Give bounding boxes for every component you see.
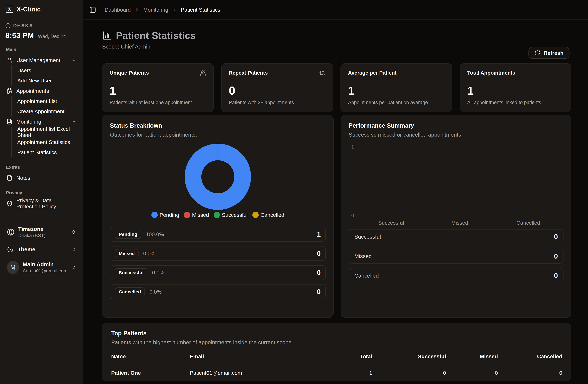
status-percent: 0.0% — [149, 289, 162, 295]
sidebar-item-label: Monitoring — [16, 119, 68, 125]
top-patients-title: Top Patients — [111, 330, 562, 337]
legend-item-successful: Successful — [214, 212, 248, 218]
chevron-down-icon — [72, 89, 76, 93]
avatar: M — [7, 261, 19, 274]
clock-icon — [5, 23, 11, 28]
sidebar-item-users[interactable]: Users — [15, 65, 79, 76]
table-row: Patient One Patient01@email.com 1 0 0 0 — [111, 364, 562, 376]
clock-city-label: DHAKA — [13, 23, 33, 29]
sidebar-item-user-management[interactable]: User Management — [4, 55, 79, 65]
refresh-label: Refresh — [544, 50, 564, 56]
sidebar-item-notes[interactable]: Notes — [4, 173, 79, 183]
status-percent: 0.0% — [143, 250, 155, 257]
clock-widget: DHAKA 8:53 PM Wed, Dec 24 — [5, 23, 83, 40]
x-axis-baseline — [357, 216, 563, 216]
table-header-row: Name Email Total Successful Missed Cance… — [111, 353, 562, 364]
chevrons-up-down-icon — [71, 265, 76, 270]
stat-desc: Appointments per patient on average — [348, 100, 445, 105]
appointments-subitems: Appointment List Create Appointment — [11, 96, 79, 117]
legend-dot — [184, 212, 190, 218]
clinic-name: X-Clinic — [17, 6, 41, 13]
status-count: 1 — [317, 230, 321, 238]
clock-date: Wed, Dec 24 — [38, 34, 66, 39]
sidebar: X X-Clinic DHAKA 8:53 PM Wed, Dec 24 Mai… — [0, 0, 83, 384]
performance-row-label: Missed — [354, 253, 372, 259]
column-header-total: Total — [305, 353, 372, 360]
sidebar-toggle-button[interactable] — [89, 6, 96, 13]
legend-dot — [151, 212, 158, 218]
sidebar-item-privacy-policy[interactable]: Privacy & Data Protection Policy — [4, 198, 79, 209]
sidebar-subitem-label: Appointment Statistics — [17, 139, 70, 145]
legend-item-cancelled: Cancelled — [252, 212, 284, 218]
timezone-value: Dhaka (BST) — [18, 233, 67, 238]
sidebar-item-create-appointment[interactable]: Create Appointment — [15, 106, 79, 117]
chevrons-up-down-icon — [71, 230, 76, 234]
top-patients-table: Name Email Total Successful Missed Cance… — [111, 353, 562, 376]
account-name: Main Admin — [23, 261, 67, 267]
repeat-icon — [319, 70, 325, 76]
sidebar-item-patient-statistics[interactable]: Patient Statistics — [15, 147, 79, 158]
performance-title: Performance Summary — [349, 122, 564, 129]
account-menu[interactable]: M Main Admin Admin01@email.com — [4, 259, 79, 276]
status-donut-chart — [110, 143, 326, 210]
x-label-cancelled: Cancelled — [494, 220, 563, 226]
x-label-successful: Successful — [357, 220, 425, 226]
status-breakdown-title: Status Breakdown — [110, 122, 326, 129]
sidebar-subitem-label: Patient Statistics — [17, 149, 57, 155]
performance-row-successful: Successful 0 — [349, 229, 564, 244]
nav-group-label-main: Main — [6, 47, 79, 52]
chevron-down-icon — [72, 58, 76, 62]
refresh-button[interactable]: Refresh — [528, 47, 569, 59]
stat-value: 1 — [467, 85, 564, 97]
sidebar-item-monitoring[interactable]: Monitoring — [4, 117, 79, 127]
sidebar-item-appointments[interactable]: Appointments — [4, 86, 79, 96]
theme-select[interactable]: Theme — [4, 244, 79, 255]
stat-value: 1 — [110, 85, 206, 97]
sidebar-item-add-new-user[interactable]: Add New User — [15, 76, 79, 86]
performance-row-label: Successful — [354, 234, 381, 240]
brand: X X-Clinic — [6, 6, 83, 13]
status-breakdown-card: Status Breakdown Outcomes for patient ap… — [102, 115, 334, 318]
sidebar-subitem-label: Appointment list Excel Sheet — [17, 126, 76, 138]
column-header-name: Name — [111, 353, 190, 360]
account-email: Admin01@email.com — [23, 268, 67, 273]
performance-row-value: 0 — [554, 252, 558, 260]
file-chart-icon — [7, 119, 13, 125]
timezone-label: Timezone — [18, 226, 67, 232]
performance-rows: Successful 0 Missed 0 Cancelled 0 — [349, 229, 564, 283]
calendar-clock-icon — [7, 88, 13, 94]
status-row-pending: Pending 100.0% 1 — [110, 227, 326, 242]
status-count: 0 — [317, 288, 321, 296]
cell-patient-name: Patient One — [111, 370, 190, 376]
performance-row-missed: Missed 0 — [349, 249, 564, 263]
main-area: Dashboard Monitoring Patient Statistics … — [83, 0, 588, 384]
column-header-email: Email — [190, 353, 305, 360]
stat-value: 1 — [348, 85, 445, 97]
legend-item-pending: Pending — [151, 212, 179, 218]
monitoring-subitems: Appointment list Excel Sheet Appointment… — [11, 127, 79, 158]
stat-card-unique-patients: Unique Patients 1 Patients with at least… — [102, 63, 214, 112]
status-badge: Successful — [115, 268, 147, 277]
status-badge: Pending — [115, 230, 141, 239]
breadcrumb-dashboard[interactable]: Dashboard — [105, 7, 131, 13]
breadcrumb-monitoring[interactable]: Monitoring — [143, 7, 168, 13]
sidebar-item-appointment-list-excel-sheet[interactable]: Appointment list Excel Sheet — [15, 127, 79, 137]
stat-title: Average per Patient — [348, 70, 397, 76]
user-icon — [7, 57, 13, 63]
top-patients-card: Top Patients Patients with the highest n… — [102, 323, 571, 381]
performance-subtitle: Success vs missed or cancelled appointme… — [349, 132, 564, 138]
sidebar-item-label: Notes — [16, 175, 76, 181]
timezone-select[interactable]: Timezone Dhaka (BST) — [4, 224, 79, 240]
x-axis-labels: Successful Missed Cancelled — [357, 220, 563, 226]
sidebar-item-appointment-list[interactable]: Appointment List — [15, 96, 79, 106]
top-header: Dashboard Monitoring Patient Statistics — [83, 0, 588, 20]
stat-card-average-per-patient: Average per Patient 1 Appointments per p… — [340, 63, 452, 112]
stat-desc: Patients with at least one appointment — [110, 100, 206, 105]
legend-label: Missed — [192, 212, 209, 218]
status-row-successful: Successful 0.0% 0 — [110, 265, 326, 280]
y-axis-tick-zero: 0 — [349, 213, 354, 219]
stat-title: Repeat Patients — [229, 70, 268, 76]
performance-row-label: Cancelled — [354, 273, 379, 279]
clinic-logo: X — [6, 6, 13, 13]
sidebar-item-appointment-statistics[interactable]: Appointment Statistics — [15, 137, 79, 147]
